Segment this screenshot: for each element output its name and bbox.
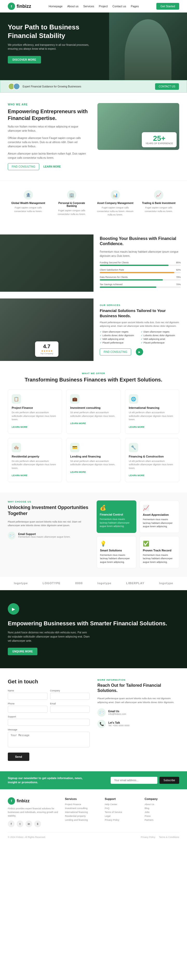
message-textarea[interactable] xyxy=(8,732,90,747)
submit-button[interactable]: Send xyxy=(8,752,29,761)
company-input[interactable] xyxy=(50,693,90,700)
learn-more-0[interactable]: LEARN MORE xyxy=(12,426,27,428)
more-info-title: Reach Out for Tailored Financial Solutio… xyxy=(97,683,179,694)
footer-services-col: Services Project Finance Investment cons… xyxy=(65,797,100,827)
offer-icon-4: 💳 xyxy=(70,443,79,452)
tailored-image: 4.7 ★★★★★ Top Company xyxy=(0,299,94,361)
footer-company-3[interactable]: Press xyxy=(145,815,179,817)
why-card-1: 📈 Asset Appreciation Fermentum risus mau… xyxy=(139,500,179,533)
nav-link-about[interactable]: About us xyxy=(67,5,78,8)
partner-3: logotype xyxy=(97,582,111,585)
phone-input[interactable] xyxy=(8,706,48,713)
check-item-6: Nibh adipiscing amet xyxy=(141,338,181,340)
learn-more-5[interactable]: LEARN MORE xyxy=(129,474,145,477)
hero-discover-button[interactable]: DISCOVER MORE xyxy=(8,56,41,64)
footer-privacy-link[interactable]: Privacy Policy xyxy=(141,836,155,838)
service-title-3: Trading & Bank Investment xyxy=(141,202,177,205)
footer-terms-link[interactable]: Terms & Conditions xyxy=(159,836,179,838)
company-label: Company xyxy=(50,689,90,692)
check-item-2: Nibh adipiscing amet xyxy=(100,338,140,340)
tailored-list-2: Diam ullamcorper negets Lobortis donec d… xyxy=(141,331,181,345)
learn-more-2[interactable]: LEARN MORE xyxy=(129,426,145,428)
newsletter-email-input[interactable] xyxy=(111,777,157,784)
email-input[interactable] xyxy=(50,706,90,713)
why-contact-details: Email Support Fermentum risus mauirs ull… xyxy=(18,533,71,538)
footer-company-0[interactable]: About Us xyxy=(145,803,179,806)
hero-image xyxy=(109,13,187,80)
footer-company-4[interactable]: Partners xyxy=(145,819,179,821)
footer-support-2[interactable]: Terms of Service xyxy=(105,811,139,813)
banner-strip: Expert Financial Guidance for Growing Bu… xyxy=(0,80,187,93)
nav-link-project[interactable]: Project xyxy=(99,5,108,8)
tailored-consulting-button[interactable]: FIND CONSULTING xyxy=(100,348,131,355)
contact-row-1: Name Company xyxy=(8,689,90,702)
banner-contact-button[interactable]: CONTACT US xyxy=(155,83,179,90)
tailored-section: 4.7 ★★★★★ Top Company OUR SERVICES Finan… xyxy=(0,298,187,362)
name-input[interactable] xyxy=(8,693,48,700)
nav-link-contact[interactable]: Contact us xyxy=(113,5,126,8)
nav-link-pages[interactable]: Pages xyxy=(131,5,139,8)
footer-service-4[interactable]: Lending and financing xyxy=(65,819,100,821)
why-card-icon-1: 📈 xyxy=(143,505,176,511)
service-card-3: 📈 Trading & Bank Investment Fuget sapien… xyxy=(138,186,179,221)
learn-more-3[interactable]: LEARN MORE xyxy=(12,474,27,477)
footer-support-title: Support xyxy=(105,797,139,800)
learn-more-1[interactable]: LEARN MORE xyxy=(70,422,86,425)
footer-logo: f finbizz xyxy=(8,797,60,805)
service-text-2: Fuget sapien congue calls consectetur nu… xyxy=(97,206,134,217)
footer-support-1[interactable]: FAQ xyxy=(105,807,139,810)
footer-company-2[interactable]: Jobs xyxy=(145,811,179,813)
nav-link-services[interactable]: Services xyxy=(83,5,94,8)
learn-more-link[interactable]: LEARN MORE xyxy=(43,165,61,168)
footer-service-2[interactable]: International financing xyxy=(65,811,100,813)
social-twitter[interactable]: t xyxy=(17,821,24,827)
more-info-label: MORE INFORMATION xyxy=(97,679,179,681)
who-right: 25+ YEARS OF EXPERIENCE xyxy=(97,103,179,150)
social-instagram[interactable]: in xyxy=(25,821,32,827)
hero-section: Your Path to Business Financial Stabilit… xyxy=(0,13,187,80)
tailored-title: Financial Solutions Tailored to Your Bus… xyxy=(100,308,181,318)
service-text-1: Fuget sapien congue calls consectetur nu… xyxy=(54,209,90,216)
support-label: Support xyxy=(8,715,90,718)
video-enquire-button[interactable]: ENQUIRE MORE xyxy=(8,648,37,655)
newsletter-subscribe-button[interactable]: Subscribe xyxy=(160,777,179,784)
progress-bar-3 xyxy=(100,286,181,288)
learn-more-4[interactable]: LEARN MORE xyxy=(70,471,86,473)
check-item-5: Lobortis donec dolor dignissim xyxy=(141,334,181,337)
footer-service-0[interactable]: Project Finance xyxy=(65,803,100,806)
footer-support-3[interactable]: Legal xyxy=(105,815,139,817)
footer-service-1[interactable]: Investment consulting xyxy=(65,807,100,810)
footer-socials: f t in li xyxy=(8,821,60,827)
footer-support-0[interactable]: Help Center xyxy=(105,803,139,806)
offer-title-2: International financing xyxy=(129,406,175,409)
social-linkedin[interactable]: li xyxy=(34,821,41,827)
social-facebook[interactable]: f xyxy=(8,821,14,827)
nav-links: Homepage About us Services Project Conta… xyxy=(49,5,139,8)
who-image: 25+ YEARS OF EXPERIENCE xyxy=(97,103,179,150)
nav-cta-button[interactable]: Get Started xyxy=(156,3,179,10)
play-button[interactable]: ▶ xyxy=(136,348,143,355)
offer-icon-0: 📋 xyxy=(12,394,21,404)
footer-support-4[interactable]: Privacy Policy xyxy=(105,819,139,821)
offer-grid: 📋 Project Finance Do eiis perferum ullam… xyxy=(8,389,179,482)
progress-0: Funding Secured for Clients 85% xyxy=(100,261,181,266)
why-contact-option: ✉️ Email Support Fermentum risus mauirs … xyxy=(8,531,90,539)
progress-label-0: Funding Secured for Clients xyxy=(100,261,129,264)
support-input[interactable] xyxy=(8,719,90,726)
nav-link-homepage[interactable]: Homepage xyxy=(49,5,63,8)
who-left: WHO WE ARE Empowering Entrepreneurs with… xyxy=(8,103,90,170)
service-card-0: 🏦 Global Wealth Management Fuget sapien … xyxy=(8,186,49,221)
why-left: WHY CHOOSE US Unlocking Investment Oppor… xyxy=(8,500,90,542)
contact-section: Get in touch Name Company Phone Email Su… xyxy=(0,668,187,771)
check-item-1: Lobortis donec dolor dignissim xyxy=(100,334,140,337)
video-play-button[interactable]: ▶ xyxy=(8,603,19,615)
why-title: Unlocking Investment Opportunities Toget… xyxy=(8,504,90,517)
offer-card-2: 🌐 International financing Ut elit perfer… xyxy=(125,389,179,434)
banner-text: Expert Financial Guidance for Growing Bu… xyxy=(22,85,81,88)
footer-service-3[interactable]: Residential property xyxy=(65,815,100,817)
boost-text: Fermentum risus mauirs lacimay habitant … xyxy=(100,250,181,258)
footer-company-1[interactable]: Blog xyxy=(145,807,179,810)
tailored-actions: FIND CONSULTING ▶ xyxy=(100,348,181,355)
offer-title-3: Residential property xyxy=(12,455,58,458)
find-consulting-button[interactable]: FIND CONSULTING xyxy=(8,163,39,170)
